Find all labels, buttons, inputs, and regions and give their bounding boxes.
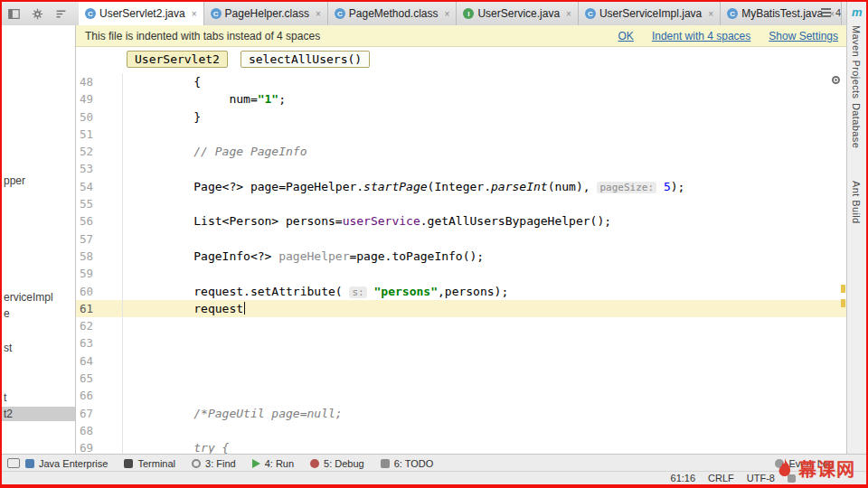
line-number[interactable]: 63: [76, 334, 123, 352]
line-number[interactable]: 64: [76, 352, 123, 370]
line-number[interactable]: 68: [76, 422, 123, 439]
close-icon[interactable]: ×: [192, 9, 197, 19]
terminal-icon: [124, 459, 133, 468]
editor-tab[interactable]: CPageMethod.class×: [328, 2, 458, 25]
line-number[interactable]: 62: [76, 317, 123, 334]
code-line[interactable]: 65: [76, 370, 847, 387]
line-number[interactable]: 58: [76, 248, 123, 265]
line-number[interactable]: 61: [76, 300, 123, 317]
line-number[interactable]: 57: [76, 230, 123, 248]
code-line[interactable]: 59: [76, 265, 847, 282]
inspections-icon[interactable]: [832, 76, 840, 84]
todo-icon: [381, 459, 390, 468]
toolwindow-button-label: 6: TODO: [394, 458, 434, 469]
banner-action-ok[interactable]: OK: [618, 30, 634, 42]
banner-action-show-settings[interactable]: Show Settings: [769, 30, 838, 42]
line-number[interactable]: 52: [76, 143, 123, 160]
encoding-indicator[interactable]: UTF-8: [747, 473, 775, 483]
editor-tab[interactable]: CUserServlet2.java×: [79, 2, 204, 25]
line-number[interactable]: 55: [76, 195, 123, 212]
line-number[interactable]: 53: [76, 160, 123, 177]
caret-position[interactable]: 61:16: [671, 473, 696, 483]
banner-action-indent-with-4-spaces[interactable]: Indent with 4 spaces: [652, 30, 750, 42]
breadcrumb-item[interactable]: selectAllUsers(): [241, 51, 370, 68]
close-icon[interactable]: ×: [316, 9, 321, 19]
code-text: try {: [123, 439, 847, 455]
code-line[interactable]: 48 {: [76, 73, 847, 90]
editor[interactable]: 48 {49 num="1";50 }5152 // Page PageInfo…: [76, 71, 847, 455]
breadcrumb-item[interactable]: UserServlet2: [127, 51, 228, 68]
toolwindow-button-5-debug[interactable]: 5: Debug: [310, 458, 364, 469]
code-line[interactable]: 57: [76, 230, 847, 248]
code-line[interactable]: 49 num="1";: [76, 90, 847, 108]
text-caret: [244, 302, 245, 314]
line-number[interactable]: 65: [76, 370, 123, 387]
code-line[interactable]: 56 List<Person> persons=userService.getA…: [76, 212, 847, 230]
code-line[interactable]: 69 try {: [76, 439, 847, 455]
line-number[interactable]: 59: [76, 265, 123, 282]
toolwindow-button-database[interactable]: Database: [851, 103, 862, 148]
code-line[interactable]: 66: [76, 387, 847, 404]
line-ending-indicator[interactable]: CRLF: [708, 473, 734, 483]
line-number[interactable]: 67: [76, 405, 123, 422]
project-panel-icon[interactable]: [7, 7, 20, 20]
code-line[interactable]: 54 Page<?> page=PageHelper.startPage(Int…: [76, 178, 847, 195]
close-icon[interactable]: ×: [445, 9, 450, 19]
line-number[interactable]: 56: [76, 212, 123, 230]
line-number[interactable]: 66: [76, 387, 123, 404]
toolwindow-switcher-icon[interactable]: [7, 458, 20, 468]
close-icon[interactable]: ×: [566, 9, 571, 19]
settings-gear-icon[interactable]: [31, 7, 43, 20]
toolwindow-button-3-find[interactable]: 3: Find: [192, 458, 236, 469]
toolbar-icons: [7, 7, 67, 20]
toolwindow-button-terminal[interactable]: Terminal: [124, 458, 175, 469]
line-number[interactable]: 48: [76, 73, 123, 90]
class-icon: C: [585, 8, 596, 19]
sort-icon[interactable]: [54, 7, 67, 20]
editor-tab[interactable]: IUserService.java×: [457, 2, 579, 25]
code-token: [656, 180, 664, 193]
editor-tab[interactable]: CPageHelper.class×: [204, 2, 328, 25]
project-tree-item[interactable]: pper: [4, 174, 25, 188]
project-tree-item[interactable]: t: [4, 390, 6, 405]
line-number[interactable]: 54: [76, 178, 123, 195]
project-tree-item[interactable]: st: [4, 341, 12, 355]
code-line[interactable]: 68: [76, 422, 847, 439]
project-tree-item[interactable]: erviceImpl: [4, 290, 53, 305]
line-number[interactable]: 50: [76, 108, 123, 126]
code-line[interactable]: 63: [76, 334, 847, 352]
code-line[interactable]: 60 request.setAttribute( s: "persons",pe…: [76, 283, 847, 300]
code-line[interactable]: 55: [76, 195, 847, 212]
tab-label: MyBatisTest.java: [741, 7, 823, 20]
toolwindow-button-ant-build[interactable]: Ant Build: [851, 181, 862, 224]
code-line[interactable]: 53: [76, 160, 847, 177]
code-line[interactable]: 58 PageInfo<?> pageHelper=page.toPageInf…: [76, 248, 847, 265]
line-number[interactable]: 69: [76, 439, 123, 455]
toolwindow-button-maven-projects[interactable]: Maven Projects: [851, 25, 862, 99]
code-line[interactable]: 52 // Page PageInfo: [76, 143, 847, 160]
code-token: try {: [123, 441, 229, 455]
code-line[interactable]: 51: [76, 126, 847, 143]
line-number[interactable]: 49: [76, 90, 123, 108]
code-line[interactable]: 61 request: [76, 300, 847, 317]
hamburger-icon: [821, 8, 831, 10]
hidden-tabs-button[interactable]: 4: [821, 7, 841, 18]
code-text: }: [123, 108, 847, 126]
code-line[interactable]: 67 /*PageUtil page=null;: [76, 405, 847, 422]
code-text: /*PageUtil page=null;: [123, 405, 847, 422]
code-line[interactable]: 64: [76, 352, 847, 370]
code-line[interactable]: 50 }: [76, 108, 847, 126]
close-icon[interactable]: ×: [708, 9, 713, 19]
project-tree-item[interactable]: e: [4, 306, 10, 321]
maven-icon: m: [852, 5, 863, 19]
code-token: Page<?> page=PageHelper.: [123, 180, 363, 193]
toolwindow-button-6-todo[interactable]: 6: TODO: [381, 458, 434, 469]
toolwindow-button-4-run[interactable]: 4: Run: [252, 458, 294, 469]
code-line[interactable]: 62: [76, 317, 847, 334]
line-number[interactable]: 51: [76, 126, 123, 143]
editor-tab[interactable]: CUserServiceImpl.java×: [579, 2, 721, 25]
project-tree-item[interactable]: t2: [2, 407, 75, 421]
code-token: startPage: [363, 180, 427, 193]
line-number[interactable]: 60: [76, 283, 123, 300]
toolwindow-button-java-enterprise[interactable]: Java Enterprise: [25, 458, 108, 469]
